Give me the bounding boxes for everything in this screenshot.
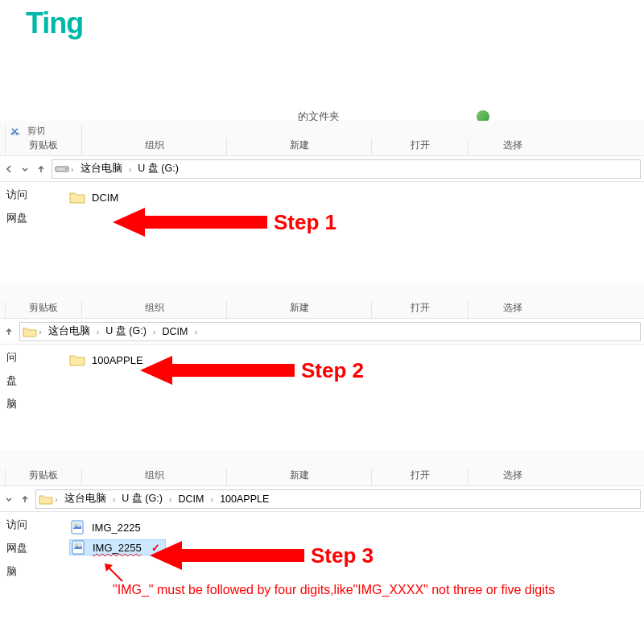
folder-icon: [69, 190, 85, 204]
address-bar-2: › 这台电脑 › U 盘 (G:) › DCIM ›: [0, 319, 644, 345]
folder-icon: [39, 492, 53, 506]
ribbon-new-label-2: 新建: [290, 302, 309, 313]
naming-rule-note: "IMG_" must be followed by four digits,l…: [113, 583, 555, 597]
folder-dcim[interactable]: DCIM: [69, 190, 644, 204]
ribbon-select-label: 选择: [503, 139, 522, 151]
red-check-icon: ✓: [151, 542, 160, 554]
ribbon-2: 剪贴板 组织 新建 打开 选择: [0, 283, 644, 319]
breadcrumb-box[interactable]: › 这台电脑 › U 盘 (G:): [52, 159, 641, 179]
file-img-2255[interactable]: IMG_2255 ✓: [69, 539, 166, 555]
nav-up-2[interactable]: [3, 326, 14, 337]
folder-dcim-label: DCIM: [92, 192, 118, 204]
svg-line-13: [108, 567, 122, 581]
ribbon-3: 剪贴板 组织 新建 打开 选择: [0, 451, 644, 486]
side-nao-3[interactable]: 脑: [6, 565, 47, 579]
cut-icon: [10, 127, 22, 135]
ribbon-organize-label: 组织: [145, 139, 164, 151]
nav-dropdown-3[interactable]: [3, 493, 14, 505]
watermark-logo: Ting: [26, 6, 83, 40]
nav-up[interactable]: [35, 163, 47, 175]
ribbon-clipboard-label-3: 剪贴板: [29, 469, 58, 481]
ribbon-select-label-3: 选择: [503, 469, 522, 481]
crumb-udisk-2[interactable]: U 盘 (G:): [101, 324, 151, 338]
image-file-icon: [69, 520, 85, 535]
address-bar-3: › 这台电脑 › U 盘 (G:) › DCIM › 100APPLE: [0, 486, 644, 512]
svg-point-8: [75, 524, 77, 526]
ribbon-select-label-2: 选择: [503, 302, 522, 313]
folder-icon: [23, 324, 37, 339]
svg-point-11: [76, 544, 78, 547]
side-netdisk-3[interactable]: 网盘: [6, 542, 47, 555]
crumb-thispc-3[interactable]: 这台电脑: [60, 492, 111, 506]
navtree-1: 访问 网盘: [0, 182, 50, 238]
ribbon-open-label-2: 打开: [411, 302, 430, 313]
drive-icon: [55, 162, 69, 176]
address-bar-1: › 这台电脑 › U 盘 (G:): [0, 156, 644, 182]
ribbon-clipboard-label: 剪贴板: [29, 139, 58, 151]
ribbon-organize-label-3: 组织: [145, 469, 164, 481]
folder-100apple[interactable]: 100APPLE: [69, 353, 644, 367]
ribbon-clipboard-label-2: 剪贴板: [29, 302, 58, 313]
ribbon-new-label-3: 新建: [290, 469, 309, 481]
nav-back[interactable]: [3, 163, 14, 175]
breadcrumb-box-2[interactable]: › 这台电脑 › U 盘 (G:) › DCIM ›: [19, 322, 641, 341]
breadcrumb-box-3[interactable]: › 这台电脑 › U 盘 (G:) › DCIM › 100APPLE: [35, 489, 641, 509]
side-access-3[interactable]: 访问: [6, 518, 47, 532]
navtree-2: 问 盘 脑: [0, 345, 50, 424]
side-nao[interactable]: 脑: [6, 398, 47, 411]
crumb-thispc-2[interactable]: 这台电脑: [43, 324, 95, 338]
crumb-udisk-3[interactable]: U 盘 (G:): [117, 492, 167, 506]
crumb-100apple[interactable]: 100APPLE: [215, 493, 274, 505]
file-img-2225[interactable]: IMG_2225: [69, 520, 644, 535]
crumb-udisk[interactable]: U 盘 (G:): [133, 162, 184, 175]
folder-icon: [69, 353, 85, 367]
ribbon-open-label-3: 打开: [411, 469, 430, 481]
crumb-dcim[interactable]: DCIM: [158, 326, 193, 337]
ribbon-1: 剪切 剪贴板 组织 新建 打开 选择: [0, 121, 644, 156]
crumb-dcim-3[interactable]: DCIM: [174, 493, 209, 505]
folder-100apple-label: 100APPLE: [92, 354, 143, 366]
ribbon-organize-label-2: 组织: [145, 302, 164, 313]
navtree-3: 访问 网盘 脑: [0, 512, 50, 592]
image-file-icon: [70, 540, 86, 555]
nav-dropdown[interactable]: [19, 163, 31, 175]
side-wen[interactable]: 问: [6, 351, 47, 365]
file-img-2255-label: IMG_2255: [93, 542, 142, 554]
nav-up-3[interactable]: [19, 493, 31, 505]
side-access[interactable]: 访问: [6, 188, 47, 202]
side-pan[interactable]: 盘: [6, 374, 47, 388]
ribbon-open-label: 打开: [411, 139, 430, 151]
svg-point-3: [65, 168, 67, 170]
file-img-2225-label: IMG_2225: [92, 522, 141, 534]
crumb-thispc[interactable]: 这台电脑: [76, 162, 127, 175]
side-netdisk[interactable]: 网盘: [6, 212, 47, 225]
ribbon-new-label: 新建: [290, 139, 309, 151]
